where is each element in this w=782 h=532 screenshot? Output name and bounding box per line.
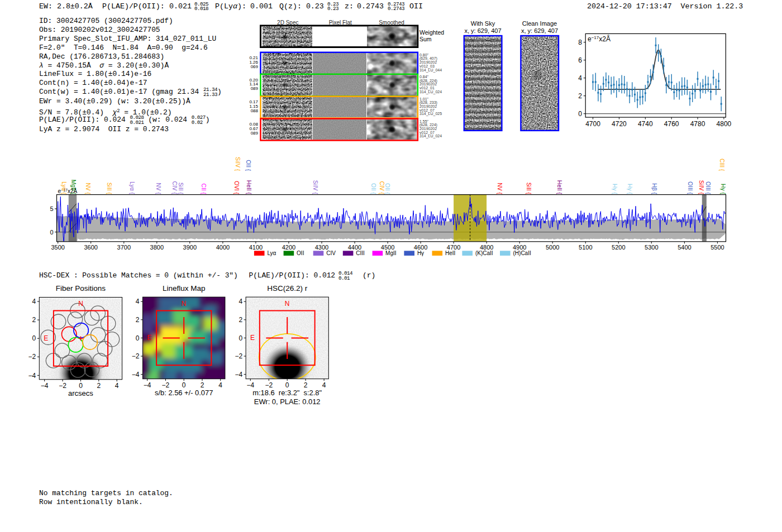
svg-text:4800: 4800 xyxy=(717,120,732,128)
svg-text:Lineflux Map: Lineflux Map xyxy=(163,284,206,293)
svg-text:SiIV {: SiIV { xyxy=(698,180,704,195)
svg-text:5200: 5200 xyxy=(612,244,625,251)
svg-text:089: 089 xyxy=(251,86,259,91)
svg-text:3600: 3600 xyxy=(84,244,97,251)
svg-text:−4: −4 xyxy=(246,381,254,389)
svg-text:E: E xyxy=(250,334,255,342)
svg-text:314_LU_024: 314_LU_024 xyxy=(419,134,442,138)
svg-text:0: 0 xyxy=(136,334,140,342)
svg-text:CIII: CIII xyxy=(356,250,365,256)
svg-text:088: 088 xyxy=(251,108,259,113)
svg-text:4760: 4760 xyxy=(664,120,679,128)
svg-text:OII {: OII { xyxy=(245,160,251,171)
svg-text:SiII {: SiII { xyxy=(178,183,184,195)
svg-text:arcsecs: arcsecs xyxy=(68,389,93,397)
svg-text:3500: 3500 xyxy=(51,244,64,251)
svg-text:−4: −4 xyxy=(132,371,140,378)
svg-text:4720: 4720 xyxy=(612,120,627,128)
svg-text:4100: 4100 xyxy=(249,244,263,251)
svg-text:x, y: 629, 407: x, y: 629, 407 xyxy=(464,27,501,34)
svg-text:4: 4 xyxy=(578,74,582,82)
svg-text:NV {: NV { xyxy=(497,183,503,194)
svg-text:CIII {: CIII { xyxy=(719,159,725,171)
svg-text:3700: 3700 xyxy=(117,244,131,251)
svg-text:314_LU_044: 314_LU_044 xyxy=(419,68,442,73)
svg-text:4200: 4200 xyxy=(282,244,295,251)
svg-text:Smoothed: Smoothed xyxy=(379,20,404,26)
svg-text:−2: −2 xyxy=(28,353,36,361)
svg-text:2D Spec: 2D Spec xyxy=(277,20,298,26)
svg-text:SiII {: SiII { xyxy=(526,183,532,195)
svg-text:3900: 3900 xyxy=(183,244,197,251)
svg-text:4: 4 xyxy=(32,298,36,305)
svg-text:Clean Image: Clean Image xyxy=(522,20,557,27)
svg-text:OII {: OII { xyxy=(370,183,376,195)
svg-text:HeII: HeII xyxy=(445,250,455,256)
svg-text:Pixel Flat: Pixel Flat xyxy=(329,20,352,26)
svg-text:OVI {: OVI { xyxy=(233,181,240,195)
svg-text:OII: OII xyxy=(297,250,304,256)
svg-text:4: 4 xyxy=(239,298,242,305)
svg-text:m:18.6 re:3.2" s:2.8": m:18.6 re:3.2" s:2.8" xyxy=(252,389,322,397)
svg-text:With Sky: With Sky xyxy=(471,20,495,27)
svg-text:OIII {: OIII { xyxy=(705,181,711,194)
svg-text:0: 0 xyxy=(79,382,83,390)
svg-text:−4: −4 xyxy=(235,371,242,378)
svg-text:2: 2 xyxy=(32,316,36,324)
svg-text:e−17x2Å: e−17x2Å xyxy=(588,35,611,43)
svg-text:0: 0 xyxy=(285,381,289,389)
svg-text:Hγ {: Hγ { xyxy=(720,184,726,194)
svg-text:0: 0 xyxy=(50,229,53,236)
svg-text:Lyα: Lyα xyxy=(267,250,276,256)
svg-text:EWr: 0, PLAE: 0.012: EWr: 0, PLAE: 0.012 xyxy=(254,397,321,406)
svg-text:HSC(26.2) r: HSC(26.2) r xyxy=(267,284,308,293)
svg-text:−2: −2 xyxy=(132,352,140,360)
svg-text:4700: 4700 xyxy=(585,120,600,128)
svg-text:2: 2 xyxy=(136,316,140,324)
svg-text:4: 4 xyxy=(218,381,222,389)
svg-text:0: 0 xyxy=(239,334,242,342)
svg-text:Hγ: Hγ xyxy=(417,250,424,256)
svg-text:6: 6 xyxy=(578,56,582,64)
svg-text:N: N xyxy=(182,300,187,308)
svg-text:Hγ {: Hγ { xyxy=(612,184,618,194)
svg-text:OII {: OII { xyxy=(384,183,390,195)
svg-text:N: N xyxy=(78,300,83,308)
svg-text:N: N xyxy=(285,300,290,308)
svg-text:−2: −2 xyxy=(59,382,66,390)
svg-text:−4: −4 xyxy=(144,381,151,389)
svg-text:CIV {: CIV { xyxy=(171,181,178,195)
svg-text:−2: −2 xyxy=(235,352,242,360)
svg-text:5300: 5300 xyxy=(645,244,658,251)
svg-text:5400: 5400 xyxy=(678,244,691,251)
svg-text:Lyα {: Lyα { xyxy=(61,181,67,194)
svg-text:NV {: NV { xyxy=(155,183,161,194)
svg-text:2: 2 xyxy=(304,381,308,389)
svg-text:HeII {: HeII { xyxy=(556,180,562,195)
svg-text:−2: −2 xyxy=(265,381,273,389)
svg-text:Weighted: Weighted xyxy=(419,29,444,36)
svg-text:−4: −4 xyxy=(41,382,49,390)
svg-text:(H)CaII: (H)CaII xyxy=(513,250,531,256)
svg-text:0: 0 xyxy=(578,110,582,118)
svg-text:0: 0 xyxy=(182,381,186,389)
svg-text:E: E xyxy=(44,334,48,342)
svg-text:CIV {: CIV { xyxy=(379,181,385,195)
svg-text:5000: 5000 xyxy=(546,244,559,251)
svg-text:x, y: 629, 407: x, y: 629, 407 xyxy=(521,27,558,34)
svg-text:Lyα {: Lyα { xyxy=(129,181,135,194)
svg-text:4: 4 xyxy=(322,381,326,389)
svg-text:5500: 5500 xyxy=(711,244,724,251)
svg-text:SiIV {: SiIV { xyxy=(235,157,241,171)
svg-text:4000: 4000 xyxy=(216,244,230,251)
svg-text:Sum: Sum xyxy=(419,36,432,42)
svg-text:Hβ {: Hβ { xyxy=(651,183,657,194)
svg-text:Hγ {: Hγ { xyxy=(627,184,633,194)
svg-text:0: 0 xyxy=(32,334,36,342)
svg-text:314_LU_025: 314_LU_025 xyxy=(419,112,442,116)
svg-text:s/b: 2.56 +/- 0.077: s/b: 2.56 +/- 0.077 xyxy=(155,389,213,397)
svg-text:SiII {: SiII { xyxy=(106,183,112,195)
svg-text:2: 2 xyxy=(239,316,242,324)
svg-text:5: 5 xyxy=(50,205,53,212)
svg-text:(K)CaII: (K)CaII xyxy=(475,250,493,256)
